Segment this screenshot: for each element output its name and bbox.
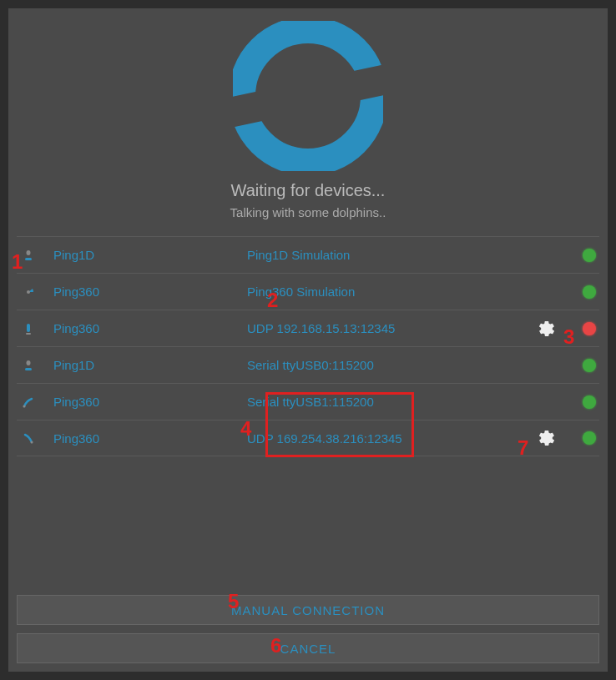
device-name: Ping360 — [47, 285, 230, 299]
device-row[interactable]: Ping360 UDP 192.168.15.13:12345 — [17, 310, 599, 346]
app-logo — [233, 21, 383, 171]
svg-point-8 — [27, 360, 31, 365]
header-section: Waiting for devices... Talking with some… — [8, 21, 608, 219]
device-detail: UDP 192.168.15.13:12345 — [230, 321, 534, 335]
device-detail: Ping1D Simulation — [230, 248, 534, 262]
waiting-label: Waiting for devices... — [231, 181, 386, 200]
device-type-icon — [17, 249, 40, 262]
status-indicator — [583, 285, 596, 299]
device-name: Ping360 — [47, 321, 230, 335]
device-name: Ping360 — [47, 395, 230, 409]
svg-point-2 — [242, 30, 374, 162]
status-indicator — [583, 431, 596, 445]
gear-icon — [538, 320, 556, 338]
device-type-icon — [17, 359, 40, 372]
status-indicator — [583, 395, 596, 409]
device-discovery-panel: Waiting for devices... Talking with some… — [8, 8, 608, 672]
button-area: MANUAL CONNECTION CANCEL — [8, 587, 608, 672]
manual-connection-button[interactable]: MANUAL CONNECTION — [17, 595, 599, 625]
svg-rect-9 — [25, 368, 32, 370]
svg-point-5 — [27, 290, 30, 294]
device-type-icon — [17, 285, 40, 299]
settings-button[interactable] — [534, 320, 559, 338]
svg-point-11 — [31, 441, 33, 444]
device-name: Ping360 — [47, 431, 230, 446]
device-detail: Ping360 Simulation — [230, 285, 534, 299]
subtitle-label: Talking with some dolphins.. — [230, 205, 386, 219]
device-list: Ping1D Ping1D Simulation Ping360 Ping360… — [8, 236, 608, 456]
device-type-icon — [17, 395, 40, 409]
device-detail: Serial ttyUSB0:115200 — [230, 358, 534, 372]
device-row[interactable]: Ping360 UDP 169.254.38.216:12345 — [17, 420, 599, 456]
device-row[interactable]: Ping360 Serial ttyUSB1:115200 — [17, 383, 599, 420]
cancel-button[interactable]: CANCEL — [17, 633, 599, 663]
status-indicator — [583, 322, 596, 335]
settings-button[interactable] — [534, 429, 559, 447]
device-name: Ping1D — [47, 358, 230, 372]
device-type-icon — [17, 431, 40, 445]
device-name: Ping1D — [47, 248, 230, 262]
svg-point-3 — [27, 250, 31, 255]
device-type-icon — [17, 322, 40, 335]
device-detail: UDP 169.254.38.216:12345 — [230, 431, 534, 446]
svg-point-10 — [23, 405, 26, 407]
device-row[interactable]: Ping360 Ping360 Simulation — [17, 273, 599, 310]
svg-rect-7 — [26, 333, 31, 335]
status-indicator — [583, 359, 596, 372]
device-detail: Serial ttyUSB1:115200 — [230, 395, 534, 409]
device-row[interactable]: Ping1D Serial ttyUSB0:115200 — [17, 346, 599, 383]
device-row[interactable]: Ping1D Ping1D Simulation — [17, 236, 599, 273]
svg-rect-6 — [27, 324, 30, 332]
gear-icon — [538, 429, 556, 447]
status-indicator — [583, 249, 596, 262]
svg-rect-4 — [25, 258, 32, 260]
